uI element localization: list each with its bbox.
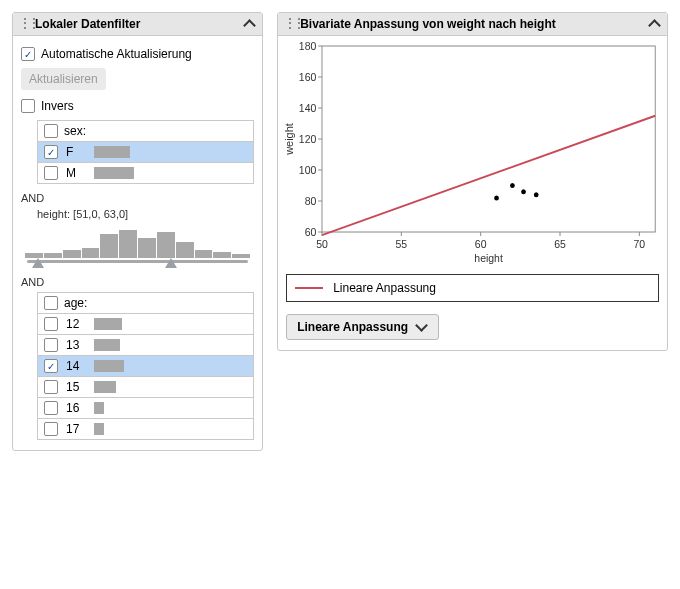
svg-rect-0 bbox=[322, 46, 655, 232]
sex-bar bbox=[94, 146, 130, 158]
age-value-label: 13 bbox=[66, 338, 86, 352]
svg-point-28 bbox=[494, 195, 499, 200]
sex-row-M[interactable]: M bbox=[38, 163, 253, 183]
height-histogram[interactable] bbox=[25, 224, 250, 268]
age-group: age: 121314151617 bbox=[37, 292, 254, 440]
age-value-label: 12 bbox=[66, 317, 86, 331]
hist-bar bbox=[157, 232, 175, 258]
age-bar bbox=[94, 381, 116, 393]
hist-bar bbox=[195, 250, 213, 258]
sex-group-header[interactable]: sex: bbox=[38, 121, 253, 142]
age-label: age: bbox=[64, 296, 87, 310]
age-header-checkbox[interactable] bbox=[44, 296, 58, 310]
age-checkbox-13[interactable] bbox=[44, 338, 58, 352]
sex-row-F[interactable]: F bbox=[38, 142, 253, 163]
sex-value-label: F bbox=[66, 145, 86, 159]
svg-text:160: 160 bbox=[299, 71, 316, 83]
age-checkbox-16[interactable] bbox=[44, 401, 58, 415]
filter-panel-header[interactable]: Lokaler Datenfilter bbox=[13, 13, 262, 36]
age-bar bbox=[94, 339, 120, 351]
svg-text:height: height bbox=[475, 252, 504, 264]
auto-update-checkbox[interactable] bbox=[21, 47, 35, 61]
hist-bar bbox=[82, 248, 100, 258]
update-button: Aktualisieren bbox=[21, 68, 106, 90]
slider-handle-right[interactable] bbox=[165, 258, 177, 268]
svg-text:50: 50 bbox=[316, 238, 328, 250]
svg-text:120: 120 bbox=[299, 133, 316, 145]
svg-point-31 bbox=[534, 192, 539, 197]
svg-text:180: 180 bbox=[299, 40, 316, 52]
age-value-label: 14 bbox=[66, 359, 86, 373]
inverse-checkbox[interactable] bbox=[21, 99, 35, 113]
svg-text:60: 60 bbox=[475, 238, 487, 250]
bivariate-panel-header[interactable]: Bivariate Anpassung von weight nach heig… bbox=[278, 13, 667, 36]
scatter-plot[interactable]: 60801001201401601805055606570heightweigh… bbox=[282, 38, 663, 266]
bivariate-panel: Bivariate Anpassung von weight nach heig… bbox=[277, 12, 668, 351]
inverse-row[interactable]: Invers bbox=[21, 96, 254, 116]
age-value-label: 17 bbox=[66, 422, 86, 436]
hist-bar bbox=[63, 250, 81, 258]
sex-checkbox-M[interactable] bbox=[44, 166, 58, 180]
hist-bar bbox=[232, 254, 250, 258]
age-row-16[interactable]: 16 bbox=[38, 398, 253, 419]
filter-panel: Lokaler Datenfilter Automatische Aktuali… bbox=[12, 12, 263, 451]
slider-track[interactable] bbox=[27, 260, 248, 263]
svg-text:80: 80 bbox=[305, 195, 317, 207]
svg-text:60: 60 bbox=[305, 226, 317, 238]
sex-checkbox-F[interactable] bbox=[44, 145, 58, 159]
age-bar bbox=[94, 402, 104, 414]
drag-handle-icon[interactable] bbox=[284, 17, 294, 31]
age-row-13[interactable]: 13 bbox=[38, 335, 253, 356]
chevron-up-icon[interactable] bbox=[242, 17, 256, 31]
sex-group: sex: FM bbox=[37, 120, 254, 184]
filter-panel-title: Lokaler Datenfilter bbox=[35, 17, 236, 31]
legend: Lineare Anpassung bbox=[286, 274, 659, 302]
bivariate-title: Bivariate Anpassung von weight nach heig… bbox=[300, 17, 641, 31]
drag-handle-icon[interactable] bbox=[19, 17, 29, 31]
sex-value-label: M bbox=[66, 166, 86, 180]
svg-line-27 bbox=[322, 116, 655, 235]
legend-line-icon bbox=[295, 287, 323, 289]
svg-text:70: 70 bbox=[634, 238, 646, 250]
auto-update-row[interactable]: Automatische Aktualisierung bbox=[21, 44, 254, 64]
age-checkbox-17[interactable] bbox=[44, 422, 58, 436]
age-bar bbox=[94, 318, 122, 330]
age-row-12[interactable]: 12 bbox=[38, 314, 253, 335]
legend-label: Lineare Anpassung bbox=[333, 281, 436, 295]
age-checkbox-12[interactable] bbox=[44, 317, 58, 331]
hist-bar bbox=[213, 252, 231, 258]
and-label-2: AND bbox=[21, 276, 254, 288]
age-bar bbox=[94, 360, 124, 372]
sex-bar bbox=[94, 167, 134, 179]
age-row-14[interactable]: 14 bbox=[38, 356, 253, 377]
age-value-label: 15 bbox=[66, 380, 86, 394]
age-checkbox-15[interactable] bbox=[44, 380, 58, 394]
slider-handle-left[interactable] bbox=[32, 258, 44, 268]
age-row-17[interactable]: 17 bbox=[38, 419, 253, 439]
svg-text:weight: weight bbox=[284, 123, 296, 156]
svg-point-29 bbox=[510, 183, 515, 188]
age-group-header[interactable]: age: bbox=[38, 293, 253, 314]
svg-text:140: 140 bbox=[299, 102, 316, 114]
and-label-1: AND bbox=[21, 192, 254, 204]
height-label: height: [51,0, 63,0] bbox=[37, 208, 254, 220]
age-checkbox-14[interactable] bbox=[44, 359, 58, 373]
chevron-down-icon bbox=[414, 320, 428, 334]
inverse-label: Invers bbox=[41, 99, 74, 113]
hist-bar bbox=[176, 242, 194, 258]
svg-point-30 bbox=[521, 189, 526, 194]
sex-header-checkbox[interactable] bbox=[44, 124, 58, 138]
auto-update-label: Automatische Aktualisierung bbox=[41, 47, 192, 61]
hist-bar bbox=[119, 230, 137, 258]
hist-bar bbox=[44, 253, 62, 258]
svg-text:65: 65 bbox=[554, 238, 566, 250]
hist-bar bbox=[100, 234, 118, 258]
svg-text:55: 55 bbox=[396, 238, 408, 250]
age-row-15[interactable]: 15 bbox=[38, 377, 253, 398]
fit-dropdown[interactable]: Lineare Anpassung bbox=[286, 314, 439, 340]
age-bar bbox=[94, 423, 104, 435]
filter-panel-body: Automatische Aktualisierung Aktualisiere… bbox=[13, 36, 262, 450]
chevron-up-icon[interactable] bbox=[647, 17, 661, 31]
hist-bar bbox=[138, 238, 156, 258]
age-value-label: 16 bbox=[66, 401, 86, 415]
